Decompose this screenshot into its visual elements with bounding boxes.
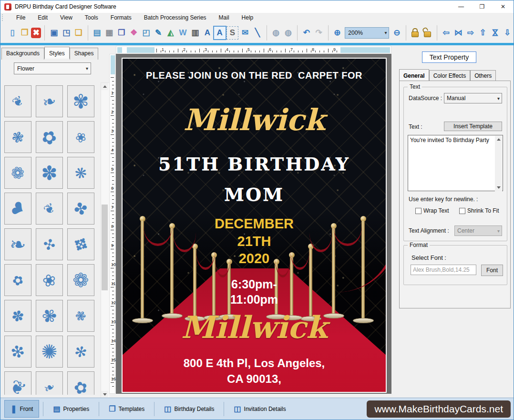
pen-tool-icon[interactable]: ✎ — [153, 27, 164, 39]
card-time-start[interactable]: 6:30pm- — [123, 277, 386, 291]
scroll-down-arrow[interactable] — [495, 184, 502, 191]
undo-icon[interactable]: ↶ — [301, 27, 312, 39]
text-frame-icon[interactable]: A — [214, 27, 226, 39]
bottom-tab-birthday-details[interactable]: ◫Birthday Details — [158, 400, 220, 417]
style-thumbnail[interactable]: ❦ — [4, 371, 31, 395]
tab-general[interactable]: General — [399, 69, 429, 81]
tab-shapes[interactable]: Shapes — [70, 48, 99, 60]
datasource-combo[interactable]: Manual ▾ — [444, 93, 502, 103]
shapes-tool-icon[interactable]: ◭ — [165, 27, 176, 39]
menu-item-tools[interactable]: Tools — [79, 13, 104, 22]
card-date-month[interactable]: DECEMBER — [123, 216, 386, 232]
card-preview[interactable]: PLEASE JOIN US ON THE RED CARPET FOR Mil… — [122, 58, 387, 393]
style-thumbnail[interactable]: ✻ — [67, 336, 94, 368]
close-icon[interactable]: ✕ — [493, 0, 514, 13]
bottom-tab-front[interactable]: ❚Front — [4, 400, 39, 418]
move-right-icon[interactable]: ⇨ — [465, 27, 476, 39]
scroll-down-arrow[interactable] — [101, 391, 108, 398]
wrap-text-checkbox[interactable] — [415, 208, 421, 214]
card-date-year[interactable]: 2020 — [123, 251, 386, 266]
save-icon[interactable]: ▣ — [48, 27, 60, 39]
menu-item-view[interactable]: View — [54, 13, 79, 22]
zoom-in-icon[interactable]: ⊕ — [332, 27, 343, 39]
menu-item-help[interactable]: Help — [236, 13, 260, 22]
card-date-day[interactable]: 21TH — [123, 234, 386, 249]
style-thumbnail[interactable]: ✿ — [67, 371, 94, 395]
tab-backgrounds[interactable]: Backgrounds — [1, 48, 44, 60]
bottom-tab-invitation-details[interactable]: ◫Invitation Details — [228, 400, 291, 417]
scrollbar-thumb[interactable] — [102, 205, 108, 290]
font-value-input[interactable] — [411, 265, 476, 275]
line-tool-icon[interactable]: ╲ — [252, 27, 263, 39]
text-value-input[interactable]: You're invited To Birthday Party — [408, 135, 503, 191]
close-file-icon[interactable]: ✖ — [31, 28, 41, 38]
menu-item-batch-processing-series[interactable]: Batch Processing Series — [138, 13, 213, 22]
style-thumbnail[interactable]: ❃ — [4, 121, 31, 153]
copies-icon[interactable]: ❒ — [116, 27, 127, 39]
database-add-icon[interactable]: ◍ — [270, 27, 282, 39]
style-thumbnail[interactable]: ✾ — [67, 85, 94, 117]
menu-item-formats[interactable]: Formats — [104, 13, 138, 22]
restore-icon[interactable]: ❐ — [472, 0, 493, 13]
style-thumbnail[interactable]: ❥ — [4, 193, 31, 225]
flip-horizontal-icon[interactable]: ⋈ — [452, 27, 464, 39]
style-thumbnail[interactable]: ✥ — [67, 228, 94, 260]
menu-item-file[interactable]: File — [10, 13, 31, 22]
menu-item-edit[interactable]: Edit — [31, 13, 54, 22]
style-thumbnail[interactable]: ✣ — [36, 228, 63, 260]
style-thumbnail[interactable]: ❋ — [67, 157, 94, 189]
style-thumbnail[interactable]: ❁ — [67, 264, 94, 296]
text-alignment-combo[interactable]: Center ▾ — [454, 225, 502, 236]
menu-item-mail[interactable]: Mail — [213, 13, 236, 22]
insert-template-button[interactable]: Insert Template — [444, 122, 502, 131]
style-thumbnail[interactable]: ❁ — [4, 157, 31, 189]
move-left-icon[interactable]: ⇦ — [441, 27, 452, 39]
print-icon[interactable]: ▦ — [103, 27, 115, 39]
style-thumbnail[interactable]: ❀ — [67, 121, 94, 153]
shrink-to-fit-checkbox[interactable] — [459, 208, 465, 214]
card-name-text[interactable]: Millwick — [123, 102, 386, 138]
style-thumbnail[interactable]: ✾ — [36, 300, 63, 332]
barcode-icon[interactable]: ▥ — [189, 27, 201, 39]
card-headline-text[interactable]: PLEASE JOIN US ON THE RED CARPET FOR — [123, 70, 386, 81]
style-thumbnail[interactable]: ✽ — [4, 300, 31, 332]
open-file-icon[interactable]: ❐ — [19, 27, 31, 39]
database-icon[interactable]: ◍ — [282, 27, 294, 39]
style-thumbnail[interactable]: ✿ — [36, 121, 63, 153]
font-button[interactable]: Font — [481, 265, 503, 276]
lock-icon[interactable] — [410, 27, 421, 39]
text-tool-icon[interactable]: A — [202, 27, 213, 39]
move-up-icon[interactable]: ⇧ — [477, 27, 489, 39]
zoom-level-combo[interactable]: 200%▾ — [345, 27, 389, 39]
flip-vertical-icon[interactable]: ⋈ — [489, 27, 501, 39]
tab-styles[interactable]: Styles — [44, 47, 70, 59]
style-thumbnail[interactable]: ❇ — [4, 336, 31, 368]
style-thumbnail[interactable]: ✽ — [36, 157, 63, 189]
new-document-icon[interactable]: ▯ — [7, 27, 18, 39]
style-category-combo[interactable]: Flower ▾ — [14, 62, 91, 74]
card-birthday-text[interactable]: 51TH BIRTHDAY — [123, 153, 386, 174]
envelope-icon[interactable]: ✉ — [239, 27, 251, 39]
style-thumbnail[interactable]: ❧ — [36, 371, 63, 395]
redo-icon[interactable]: ↷ — [313, 27, 325, 39]
card-venue-text[interactable]: Millwick — [123, 305, 386, 350]
style-thumbnail[interactable]: ✺ — [36, 336, 63, 368]
zoom-out-icon[interactable]: ⊖ — [391, 27, 402, 39]
print-preview-icon[interactable]: ▤ — [91, 27, 103, 39]
minimize-icon[interactable]: — — [451, 0, 472, 13]
card-honoree-text[interactable]: MOM — [123, 184, 386, 205]
signature-icon[interactable]: S — [226, 26, 239, 40]
watermark-icon[interactable]: W — [177, 27, 189, 39]
scroll-up-arrow[interactable] — [495, 136, 502, 143]
insert-image-icon[interactable]: ◰ — [140, 27, 152, 39]
style-thumbnail[interactable]: ❦ — [36, 193, 63, 225]
card-address-line2[interactable]: CA 90013, — [123, 372, 386, 386]
style-thumbnail[interactable]: ✤ — [67, 193, 94, 225]
move-down-icon[interactable]: ⇩ — [502, 27, 513, 39]
gift-icon[interactable]: ❖ — [128, 27, 140, 39]
textbox-scrollbar[interactable] — [495, 136, 502, 191]
style-thumbnail[interactable]: ✿ — [4, 264, 31, 296]
style-thumbnail[interactable]: ❧ — [4, 228, 31, 260]
scroll-up-arrow[interactable] — [101, 83, 108, 90]
card-address-line1[interactable]: 800 E 4th Pl, Los Angeles, — [123, 357, 386, 370]
